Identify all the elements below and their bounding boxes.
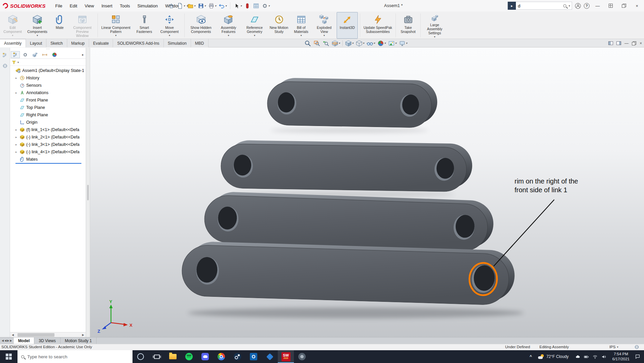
help-icon[interactable]: ?	[584, 3, 590, 9]
minimize-button[interactable]: —	[593, 1, 603, 10]
tree-item-origin[interactable]: Origin	[10, 119, 86, 126]
tab-markup[interactable]: Markup	[67, 39, 89, 47]
panel-tab-configurationmanager[interactable]	[30, 51, 39, 58]
tab-scroll-next-icon[interactable]: ▶	[7, 339, 9, 342]
splitter-handle[interactable]	[87, 185, 89, 200]
scrollbar-thumb[interactable]	[17, 333, 54, 337]
taskbar-gray-app-button[interactable]	[294, 350, 310, 363]
taskbar-chrome-button[interactable]	[213, 350, 229, 363]
tree-item-front-plane[interactable]: Front Plane	[10, 96, 86, 104]
pane-right-icon[interactable]	[616, 41, 621, 45]
panel-tab-dimxpertmanager[interactable]	[40, 51, 49, 58]
dropdown-caret-icon[interactable]: ▾	[215, 4, 216, 7]
qat-options-button[interactable]: ▾	[262, 3, 270, 9]
wifi-icon[interactable]	[593, 354, 598, 359]
tab-scroll-last-icon[interactable]: ▶	[10, 339, 12, 342]
close-button[interactable]: ×	[632, 1, 642, 10]
expand-arrow-icon[interactable]: ▸	[15, 143, 19, 146]
search-icon[interactable]	[563, 4, 566, 7]
command-search-input[interactable]	[516, 3, 563, 8]
taskbar-steam-button[interactable]	[229, 350, 245, 363]
tab-solidworks-add-ins[interactable]: SOLIDWORKS Add-Ins	[113, 39, 163, 47]
panel-tab-featuremanager[interactable]	[11, 51, 20, 58]
hud-zoom-fit-button[interactable]	[304, 40, 311, 47]
expand-arrow-icon[interactable]: ▸	[15, 150, 19, 154]
menu-view[interactable]: View	[82, 2, 97, 9]
taskbar-file-explorer-button[interactable]	[165, 350, 181, 363]
ribbon-component-preview-window[interactable]: Component Preview Window	[69, 12, 96, 39]
tab-evaluate[interactable]: Evaluate	[89, 39, 113, 47]
hud-view-settings-button[interactable]: ▾	[399, 40, 407, 47]
tree-item-link1[interactable]: ▸(f) link_1<1> (Default<<Defa	[10, 126, 86, 133]
filter-caret-icon[interactable]: ▾	[17, 61, 19, 64]
panel-tab-displaymanager[interactable]	[50, 51, 59, 58]
tree-item-right-plane[interactable]: Right Plane	[10, 111, 86, 119]
hud-view-orientation-button[interactable]: ▾	[345, 40, 353, 47]
dropdown-caret-icon[interactable]: ▾	[194, 4, 195, 7]
hud-section-view-button[interactable]: ▾	[332, 40, 340, 47]
ribbon-move-component[interactable]: Move Component▾	[157, 12, 182, 39]
expand-arrow-icon[interactable]: ▸	[15, 128, 19, 131]
dropdown-caret-icon[interactable]: ▾	[184, 4, 185, 7]
tree-item-link2[interactable]: ▸(-) link_2<1> (Default<<Defa	[10, 133, 86, 141]
qat-save-button[interactable]: ▾	[198, 3, 206, 9]
dropdown-caret-icon[interactable]: ▾	[115, 34, 116, 37]
doc-minimize-button[interactable]: —	[624, 41, 629, 46]
tray-weather-button[interactable]: 72°F Cloudy	[535, 354, 572, 359]
taskbar-blue-diamond-button[interactable]	[262, 350, 278, 363]
tree-item-link4[interactable]: ▸(-) link_4<1> (Default<<Defa	[10, 148, 86, 156]
tab-layout[interactable]: Layout	[26, 39, 46, 47]
taskbar-outlook-button[interactable]: O	[245, 350, 262, 363]
doc-restore-button[interactable]	[632, 41, 636, 45]
tray-expand-button[interactable]: ^	[527, 354, 535, 359]
dropdown-caret-icon[interactable]: ▾	[374, 42, 375, 45]
hud-apply-scene-button[interactable]: ▾	[388, 40, 396, 47]
start-button[interactable]	[0, 350, 17, 363]
tile-windows-button[interactable]	[606, 1, 616, 10]
dropdown-caret-icon[interactable]: ▾	[339, 42, 340, 45]
expand-arrow-icon[interactable]: ▸	[15, 76, 19, 80]
menu-edit[interactable]: Edit	[67, 2, 80, 9]
panel-grip[interactable]: ⋯	[10, 48, 86, 51]
dropdown-caret-icon[interactable]: ▾	[384, 42, 386, 45]
tab-motion-study-1[interactable]: Motion Study 1	[61, 337, 97, 344]
ribbon-reference-geometry[interactable]: Reference Geometry▾	[242, 12, 267, 39]
taskbar-clock[interactable]: 7:54 PM 6/17/2021	[610, 352, 632, 362]
tab-mbd[interactable]: MBD	[191, 39, 209, 47]
dropdown-caret-icon[interactable]: ▾	[268, 4, 270, 7]
panel-horizontal-scrollbar[interactable]: ◀ ▶	[10, 332, 86, 337]
tab-3d-views[interactable]: 3D Views	[34, 337, 60, 344]
units-selector[interactable]: IPS ▾	[609, 345, 618, 349]
tree-item-link3[interactable]: ▸(-) link_3<1> (Default<<Defa	[10, 141, 86, 148]
qat-document-button[interactable]	[253, 3, 259, 9]
panel-tab-expand-icon[interactable]: ▸	[82, 53, 85, 56]
ribbon-update-speedpak[interactable]: Update SpeedPak Subassemblies	[362, 12, 393, 39]
ribbon-edit-component[interactable]: Edit Component▾	[2, 12, 23, 39]
command-search-box[interactable]: ▸ ▾	[507, 2, 572, 10]
tab-scroll-prev-icon[interactable]: ◀	[4, 339, 6, 342]
dropdown-caret-icon[interactable]: ▾	[352, 42, 353, 45]
dropdown-caret-icon[interactable]: ▾	[300, 34, 302, 37]
ribbon-linear-component-pattern[interactable]: Linear Component Pattern▾	[100, 12, 132, 39]
left-rail-display-icon[interactable]	[2, 63, 8, 69]
qat-home-button[interactable]	[168, 3, 175, 9]
ribbon-insert-components[interactable]: Insert Components▾	[25, 12, 50, 39]
tab-model[interactable]: Model	[14, 337, 35, 344]
tab-scroll-first-icon[interactable]: ◀	[2, 339, 4, 342]
ribbon-assembly-features[interactable]: Assembly Features▾	[217, 12, 240, 39]
dropdown-caret-icon[interactable]: ▾	[204, 4, 206, 7]
dropdown-caret-icon[interactable]: ▾	[37, 34, 38, 37]
tree-item-annotations[interactable]: ▸Annotations	[10, 89, 86, 96]
ribbon-instant3d[interactable]: Instant3D	[337, 12, 358, 39]
units-caret-icon[interactable]: ▾	[617, 346, 618, 349]
dropdown-caret-icon[interactable]: ▾	[228, 34, 229, 37]
dropdown-caret-icon[interactable]: ▾	[434, 35, 435, 38]
qat-new-button[interactable]: ▾	[177, 3, 185, 9]
panel-tab-propertymanager[interactable]	[21, 51, 30, 58]
dropdown-caret-icon[interactable]: ▾	[240, 4, 242, 7]
taskbar-cortana-button[interactable]	[132, 350, 149, 363]
dropdown-caret-icon[interactable]: ▾	[12, 34, 13, 37]
dropdown-caret-icon[interactable]: ▾	[225, 4, 227, 7]
dropdown-caret-icon[interactable]: ▾	[395, 42, 396, 45]
tree-item-mates[interactable]: Mates	[10, 156, 86, 163]
